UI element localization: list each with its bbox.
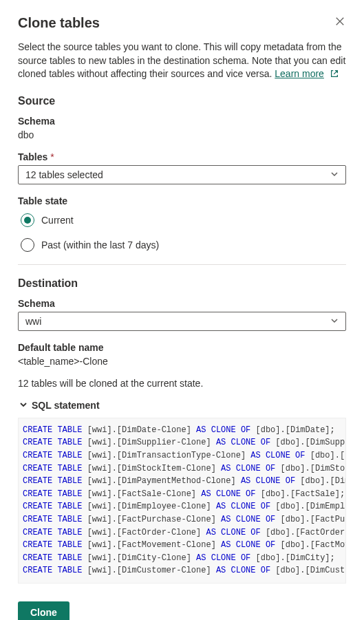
close-icon[interactable] [334,15,346,30]
radio-current-label: Current [41,215,74,226]
clone-status-text: 12 tables will be cloned at the current … [18,378,346,389]
source-schema-value: dbo [18,129,346,140]
learn-more-link[interactable]: Learn more [275,68,324,79]
radio-button-icon [21,213,34,227]
radio-current[interactable]: Current [18,209,346,234]
default-name-label: Default table name [18,342,346,353]
tables-dropdown-value: 12 tables selected [25,169,103,180]
chevron-down-icon [330,169,339,180]
table-state-label: Table state [18,195,346,206]
intro-text: Select the source tables you want to clo… [18,41,346,81]
radio-past[interactable]: Past (within the last 7 days) [18,234,346,259]
default-name-value: <table_name>-Clone [18,356,346,367]
dest-schema-value: wwi [25,316,41,327]
dest-schema-label: Schema [18,298,346,309]
tables-dropdown[interactable]: 12 tables selected [18,165,346,184]
divider [18,264,346,265]
destination-heading: Destination [18,277,346,290]
chevron-down-icon [330,316,339,327]
sql-statement-label: SQL statement [32,400,100,411]
chevron-down-icon [19,400,28,411]
clone-button[interactable]: Clone [18,601,69,620]
dialog-title: Clone tables [18,15,100,31]
radio-button-icon [21,238,34,252]
tables-label: Tables [18,151,346,162]
table-state-radio-group: Current Past (within the last 7 days) [18,209,346,259]
source-heading: Source [18,95,346,107]
source-schema-label: Schema [18,116,346,127]
dest-schema-dropdown[interactable]: wwi [18,312,346,331]
radio-past-label: Past (within the last 7 days) [41,239,159,250]
sql-statement-box: CREATE TABLE [wwi].[DimDate-Clone] AS CL… [18,418,346,584]
sql-statement-toggle[interactable]: SQL statement [18,398,346,418]
external-link-icon [330,69,339,78]
